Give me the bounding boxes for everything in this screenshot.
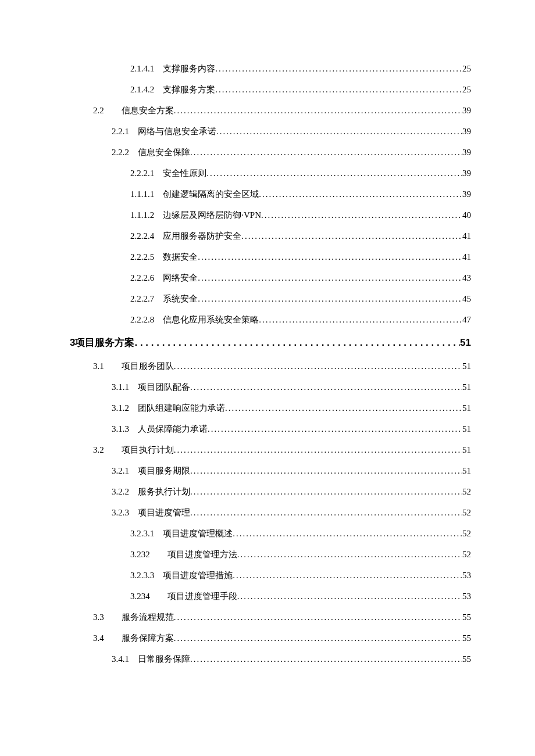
toc-entry: 3.3 服务流程规范 55 [70, 607, 471, 628]
toc-title: 数据安全 [163, 246, 198, 267]
toc-leader-dots [259, 184, 462, 205]
toc-leader-dots [216, 121, 462, 142]
toc-gap [129, 377, 138, 397]
toc-entry: 2.1.4.2 支撑服务方案 25 [70, 79, 471, 100]
toc-title: 项目进度管理 [138, 502, 190, 523]
toc-page: 39 [462, 121, 471, 142]
toc-number: 2.2.1 [112, 121, 129, 142]
toc-page: 52 [462, 544, 471, 565]
toc-leader-dots [259, 309, 462, 330]
toc-leader-dots [233, 565, 462, 586]
toc-title: 日常服务保障 [138, 648, 190, 669]
toc-leader-dots [174, 628, 462, 648]
toc-number: 1.1.1.1 [130, 184, 154, 205]
toc-number: 3.2.3 [112, 502, 129, 523]
toc-title: 项目进度管理手段 [167, 586, 237, 607]
toc-page: 39 [462, 100, 471, 121]
toc-page: 43 [462, 267, 471, 288]
toc-title: 项目执行计划 [122, 439, 174, 460]
toc-page: 51 [462, 377, 471, 397]
toc-gap [129, 397, 138, 418]
toc-page: 39 [462, 163, 471, 184]
toc-number: 3.4 [93, 628, 104, 648]
toc-number: 2.1.4.2 [130, 79, 154, 100]
toc-entry: 3.2.3 项目进度管理 52 [70, 502, 471, 523]
toc-number: 2.2 [93, 100, 104, 121]
toc-entry: 2.2.2.1 安全性原则 39 [70, 163, 471, 184]
toc-entry: 3.2.2 服务执行计划 52 [70, 481, 471, 502]
toc-leader-dots [241, 225, 462, 246]
toc-page: 53 [462, 586, 471, 607]
toc-number: 2.2.2.7 [130, 288, 154, 309]
toc-leader-dots [237, 586, 462, 607]
toc-entry: 3项目服务方案 51 [70, 330, 471, 356]
toc-gap [154, 79, 163, 100]
toc-page: 51 [460, 330, 471, 356]
toc-gap [129, 142, 138, 163]
toc-gap [154, 246, 163, 267]
toc-title: 团队组建响应能力承诺 [138, 397, 225, 418]
toc-gap [154, 225, 163, 246]
toc-number: 2.2.2.1 [130, 163, 154, 184]
toc-page: 51 [462, 460, 471, 481]
toc-leader-dots [174, 100, 462, 121]
toc-number: 3.2 [93, 439, 104, 460]
toc-title: 信息化应用系统安全策略 [163, 309, 259, 330]
toc-title: 安全性原则 [163, 163, 206, 184]
toc-gap [129, 502, 138, 523]
toc-leader-dots [190, 502, 462, 523]
toc-number: 2.2.2 [112, 142, 129, 163]
toc-entry: 2.2.1 网络与信息安全承诺 39 [70, 121, 471, 142]
toc-leader-dots [190, 460, 462, 481]
toc-entry: 2.2.2.7 系统安全 45 [70, 288, 471, 309]
toc-gap [129, 460, 138, 481]
toc-page: 55 [462, 628, 471, 648]
toc-gap [154, 565, 163, 586]
toc-page: 25 [462, 58, 471, 79]
toc-leader-dots [190, 481, 462, 502]
toc-gap [150, 544, 167, 565]
toc-gap [129, 121, 138, 142]
toc-entry: 2.2.2.4 应用服务器防护安全 41 [70, 225, 471, 246]
toc-number: 2.1.4.1 [130, 58, 154, 79]
toc-entry: 1.1.1.2 边缘层及网络层防御·VPN 40 [70, 205, 471, 225]
toc-leader-dots [225, 397, 462, 418]
toc-entry: 3.1.2 团队组建响应能力承诺 51 [70, 397, 471, 418]
toc-page: 55 [462, 607, 471, 628]
toc-number: 3.2.1 [112, 460, 129, 481]
toc-entry: 3.1.3 人员保障能力承诺 51 [70, 418, 471, 439]
toc-leader-dots [261, 205, 462, 225]
toc-page: 51 [462, 418, 471, 439]
toc-title: 网络与信息安全承诺 [138, 121, 216, 142]
toc-page: 41 [462, 246, 471, 267]
toc-number: 3.2.2 [112, 481, 129, 502]
toc-entry: 3.2.1 项目服务期限 51 [70, 460, 471, 481]
toc-gap [154, 184, 163, 205]
toc-page: 52 [462, 481, 471, 502]
toc-title: 边缘层及网络层防御·VPN [163, 205, 261, 225]
toc-entry: 2.2.2 信息安全保障 39 [70, 142, 471, 163]
toc-title: 项目团队配备 [138, 377, 190, 397]
toc-leader-dots [174, 607, 462, 628]
toc-gap [104, 607, 122, 628]
toc-leader-dots [190, 377, 462, 397]
toc-gap [104, 100, 122, 121]
toc-title: 应用服务器防护安全 [163, 225, 241, 246]
toc-page: 51 [462, 356, 471, 377]
toc-title: 项目进度管理方法 [167, 544, 237, 565]
toc-number: 3.1.1 [112, 377, 129, 397]
toc-entry: 3.232 项目进度管理方法 52 [70, 544, 471, 565]
toc-leader-dots [215, 58, 462, 79]
toc-number: 2.2.2.5 [130, 246, 154, 267]
toc-title: 服务流程规范 [122, 607, 174, 628]
toc-title: 项目进度管理措施 [163, 565, 233, 586]
toc-leader-dots [174, 439, 462, 460]
toc-gap [104, 356, 122, 377]
toc-leader-dots [174, 356, 462, 377]
toc-gap [150, 586, 167, 607]
toc-entry: 2.2.2.8 信息化应用系统安全策略 47 [70, 309, 471, 330]
toc-entry: 3.234 项目进度管理手段 53 [70, 586, 471, 607]
toc-page: 39 [462, 184, 471, 205]
toc-gap [154, 523, 163, 544]
toc-gap [104, 628, 122, 648]
